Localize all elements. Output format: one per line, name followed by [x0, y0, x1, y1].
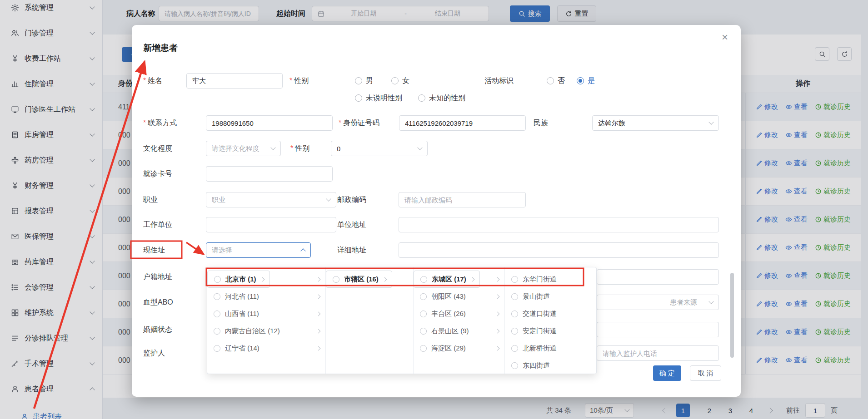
- cascader-option-chaoyang[interactable]: 朝阳区 (43): [414, 288, 504, 305]
- cascader-option-neimenggu[interactable]: 内蒙古自治区 (12): [207, 322, 325, 340]
- cascader-option-haidian[interactable]: 海淀区 (29): [414, 340, 504, 357]
- chevron-right-icon: [316, 294, 321, 299]
- cascader-option-fengtai[interactable]: 丰台区 (26): [414, 305, 504, 322]
- radio-icon: [511, 345, 518, 352]
- cascader-option-jingshan[interactable]: 景山街道: [505, 288, 597, 305]
- cascader-option-hebei[interactable]: 河北省 (11): [207, 288, 325, 305]
- gender2-select[interactable]: 0: [331, 141, 428, 156]
- occupation-select[interactable]: 职业: [206, 192, 336, 207]
- card-no-label: 就诊卡号: [143, 166, 172, 182]
- cascader-city-column: 市辖区 (16): [326, 267, 414, 374]
- guardian-label: 监护人: [143, 345, 165, 361]
- gender-radio-unspecified[interactable]: 未说明性别: [355, 90, 402, 106]
- active-flag-radio-no[interactable]: 否: [547, 73, 565, 89]
- radio-icon: [511, 311, 518, 317]
- radio-icon: [511, 328, 518, 335]
- chevron-down-icon: [270, 145, 275, 150]
- chevron-down-icon: [708, 119, 713, 124]
- gender-radio-unknown[interactable]: 未知的性别: [418, 90, 465, 106]
- ethnicity-select[interactable]: 达斡尔族: [592, 115, 719, 131]
- name-label: *姓名: [143, 73, 162, 89]
- work-unit-label: 工作单位: [143, 217, 172, 232]
- work-unit-input[interactable]: [206, 217, 336, 232]
- household-address-input[interactable]: [597, 269, 719, 285]
- id-number-label: *身份证号码: [339, 115, 379, 131]
- radio-icon: [214, 328, 220, 335]
- cascader-option-liaoning[interactable]: 辽宁省 (14): [207, 340, 325, 357]
- dialog-scrollbar[interactable]: [730, 273, 734, 358]
- contact-input[interactable]: [206, 115, 333, 131]
- radio-icon: [547, 77, 554, 84]
- cascader-option-dongcheng[interactable]: 东城区 (17): [414, 271, 480, 288]
- chevron-down-icon: [326, 196, 331, 201]
- radio-icon: [511, 293, 518, 300]
- detail-address-input[interactable]: [399, 242, 719, 258]
- unit-address-input[interactable]: [399, 217, 719, 232]
- chevron-right-icon: [495, 329, 500, 333]
- dialog-title: 新增患者: [143, 42, 178, 54]
- chevron-right-icon: [495, 346, 500, 350]
- detail-address-label: 详细地址: [337, 242, 366, 258]
- cascader-option-shixiaqu[interactable]: 市辖区 (16): [326, 271, 392, 288]
- cascader-option-jiaodaokou[interactable]: 交道口街道: [505, 305, 597, 322]
- radio-icon: [420, 311, 427, 317]
- chevron-right-icon: [316, 329, 321, 333]
- cascader-street-column: 东华门街道 景山街道 交道口街道 安定门街道 北新桥街道 东四街道: [505, 267, 597, 374]
- radio-icon: [214, 345, 220, 352]
- gender-label: *性别: [289, 73, 309, 89]
- unit-address-label: 单位地址: [337, 217, 366, 232]
- education-label: 文化程度: [143, 141, 172, 156]
- cancel-button[interactable]: 取 消: [690, 365, 721, 381]
- chevron-right-icon: [260, 277, 264, 281]
- gender-radio-male[interactable]: 男: [355, 73, 373, 89]
- radio-icon: [420, 276, 427, 283]
- cascader-option-beijing[interactable]: 北京市 (1): [207, 271, 270, 288]
- cascader-option-andingmen[interactable]: 安定门街道: [505, 322, 597, 340]
- cascader-district-column: 东城区 (17) 西城区 (15) 朝阳区 (43) 丰台区 (26) 石景山区…: [414, 267, 505, 374]
- radio-checked-icon: [577, 77, 584, 84]
- postal-label: 邮政编码: [337, 192, 366, 207]
- address-cascader-dropdown: 北京市 (1) 天津市 (1) 河北省 (11) 山西省 (11) 内蒙古自治区…: [207, 267, 597, 374]
- chevron-right-icon: [495, 294, 500, 299]
- marital-right-input[interactable]: [597, 322, 719, 337]
- radio-icon: [420, 293, 427, 300]
- radio-icon: [333, 276, 339, 283]
- radio-icon: [420, 328, 427, 335]
- radio-icon: [355, 94, 362, 102]
- active-flag-label: 活动标识: [484, 73, 514, 89]
- radio-icon: [420, 345, 427, 352]
- guardian-phone-input[interactable]: [597, 345, 719, 361]
- cascader-option-beixinqiao[interactable]: 北新桥街道: [505, 340, 597, 357]
- cascader-option-shanxi[interactable]: 山西省 (11): [207, 305, 325, 322]
- occupation-label: 职业: [143, 192, 158, 207]
- radio-icon: [511, 362, 518, 369]
- chevron-right-icon: [316, 346, 321, 350]
- radio-icon: [511, 276, 518, 283]
- ethnicity-label: 民族: [534, 115, 548, 131]
- blood-type-label: 血型ABO: [143, 295, 173, 310]
- confirm-button[interactable]: 确 定: [653, 365, 681, 381]
- chevron-up-icon: [300, 248, 305, 253]
- cascader-option-donghuamen[interactable]: 东华门街道: [505, 271, 597, 288]
- education-select[interactable]: 请选择文化程度: [206, 141, 281, 156]
- chevron-right-icon: [316, 277, 321, 281]
- radio-icon: [355, 77, 362, 84]
- card-no-input[interactable]: [206, 166, 333, 182]
- close-icon[interactable]: ×: [719, 31, 731, 43]
- id-number-input[interactable]: [399, 115, 526, 131]
- postal-input[interactable]: [399, 192, 526, 207]
- cascader-option-shijingshan[interactable]: 石景山区 (9): [414, 322, 504, 340]
- name-input[interactable]: [186, 73, 283, 89]
- active-flag-radio-yes[interactable]: 是: [577, 73, 595, 89]
- household-address-label: 户籍地址: [143, 269, 172, 285]
- chevron-down-icon: [708, 299, 713, 304]
- cascader-province-column: 北京市 (1) 天津市 (1) 河北省 (11) 山西省 (11) 内蒙古自治区…: [207, 267, 326, 374]
- radio-icon: [214, 293, 220, 300]
- current-address-select[interactable]: 请选择: [206, 242, 311, 258]
- cascader-option-dongsi[interactable]: 东四街道: [505, 357, 597, 374]
- contact-label: *联系方式: [143, 115, 177, 131]
- patient-source-select[interactable]: 患者来源: [597, 295, 719, 310]
- chevron-right-icon: [382, 277, 387, 281]
- radio-icon: [214, 276, 221, 283]
- gender-radio-female[interactable]: 女: [391, 73, 409, 89]
